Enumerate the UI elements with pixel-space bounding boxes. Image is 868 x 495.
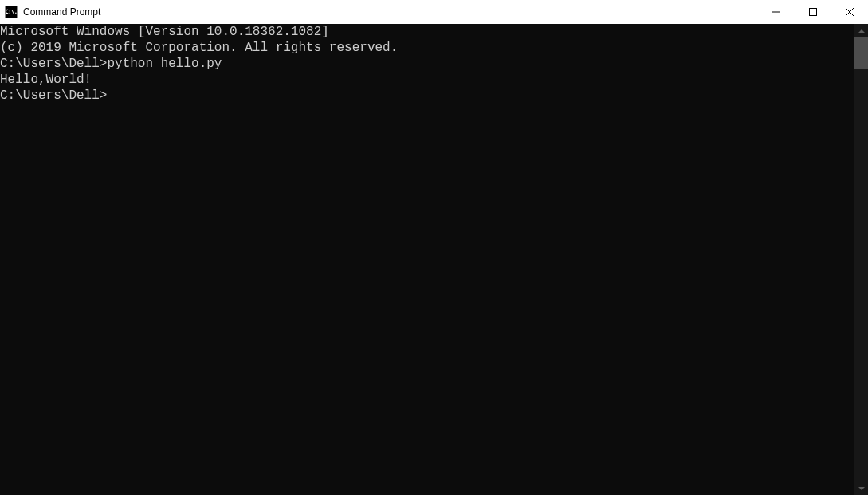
terminal-content[interactable]: Microsoft Windows [Version 10.0.18362.10… bbox=[0, 24, 854, 495]
minimize-button[interactable] bbox=[758, 0, 795, 24]
titlebar: C:\. Command Prompt bbox=[0, 0, 868, 24]
close-button[interactable] bbox=[831, 0, 868, 24]
titlebar-left: C:\. Command Prompt bbox=[0, 6, 100, 18]
terminal-line: Hello,World! bbox=[0, 72, 854, 88]
minimize-icon bbox=[772, 8, 780, 16]
chevron-down-icon bbox=[858, 487, 865, 490]
scroll-up-button[interactable] bbox=[854, 24, 868, 37]
maximize-icon bbox=[809, 8, 817, 16]
scroll-thumb[interactable] bbox=[854, 37, 868, 69]
vertical-scrollbar[interactable] bbox=[854, 24, 868, 495]
window-title: Command Prompt bbox=[23, 6, 100, 18]
terminal-line: (c) 2019 Microsoft Corporation. All righ… bbox=[0, 40, 854, 56]
terminal-line: C:\Users\Dell>python hello.py bbox=[0, 56, 854, 72]
terminal-line: C:\Users\Dell> bbox=[0, 88, 854, 104]
chevron-up-icon bbox=[858, 29, 865, 33]
window-controls bbox=[758, 0, 868, 24]
terminal-line: Microsoft Windows [Version 10.0.18362.10… bbox=[0, 24, 854, 40]
svg-rect-1 bbox=[810, 9, 817, 16]
close-icon bbox=[846, 8, 854, 16]
command-prompt-icon: C:\. bbox=[5, 6, 18, 18]
terminal-area[interactable]: Microsoft Windows [Version 10.0.18362.10… bbox=[0, 24, 868, 495]
maximize-button[interactable] bbox=[795, 0, 831, 24]
scroll-down-button[interactable] bbox=[854, 481, 868, 495]
